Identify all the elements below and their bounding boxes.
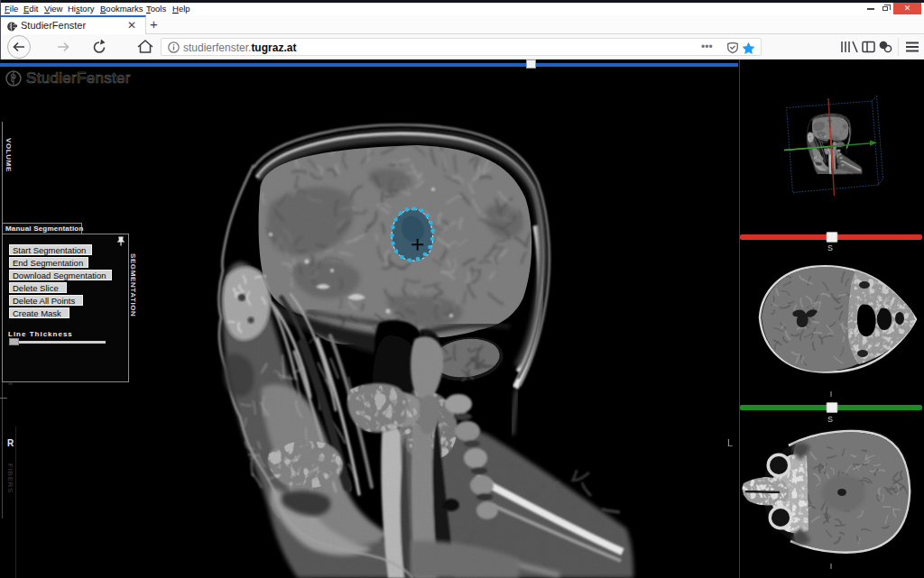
svg-text:I: I: [830, 390, 833, 399]
svg-text:S: S: [827, 415, 833, 424]
svg-text:StudierFenster: StudierFenster: [26, 69, 131, 87]
svg-text:S: S: [827, 243, 833, 252]
svg-text:I: I: [830, 562, 833, 571]
